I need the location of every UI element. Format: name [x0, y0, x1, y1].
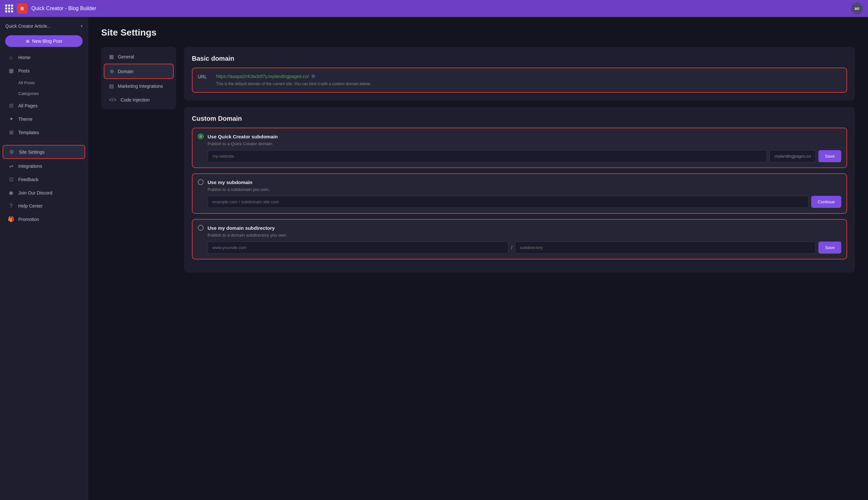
sidebar-item-site-settings[interactable]: ⚙ Site Settings: [3, 145, 85, 159]
sidebar-item-theme[interactable]: ✦ Theme: [3, 113, 85, 125]
sidebar-item-label: Integrations: [18, 163, 42, 169]
settings-nav-label: Domain: [118, 69, 134, 74]
sidebar-item-label: Site Settings: [19, 149, 45, 155]
domain-suffix: mylandingpages.co: [769, 150, 816, 162]
settings-nav-label: Code Injection: [121, 97, 150, 102]
domain-url-row: URL https://aaapa2rrk3w3nf7y.mylandingpa…: [192, 68, 847, 93]
custom-domain-card: Custom Domain Use Quick Creator subdomai…: [184, 107, 855, 273]
domain-input-row-1: mylandingpages.co Save: [207, 150, 841, 162]
integrations-icon: ⇌: [8, 163, 14, 169]
option-title-3: Use my domain subdirectory: [207, 225, 275, 231]
continue-button[interactable]: Continue: [811, 196, 841, 208]
yoursite-input[interactable]: [207, 241, 509, 253]
app-title: Quick Creator - Blog Builder: [31, 5, 96, 11]
settings-content: Basic domain URL https://aaapa2rrk3w3nf7…: [184, 47, 855, 273]
sidebar-item-feedback[interactable]: ⊡ Feedback: [3, 173, 85, 186]
plus-icon: ⊕: [26, 38, 30, 44]
subdomain-input[interactable]: [207, 150, 767, 162]
sidebar-divider: [5, 141, 82, 142]
chevron-down-icon: ▾: [81, 24, 82, 29]
subdirectory-input[interactable]: [515, 241, 816, 253]
sidebar-item-all-pages[interactable]: ⊟ All Pages: [3, 99, 85, 112]
custom-domain-title: Custom Domain: [192, 115, 847, 122]
code-icon: </>: [109, 97, 116, 103]
domain-option-quick-creator: Use Quick Creator subdomain Publish to a…: [192, 128, 847, 168]
basic-domain-card: Basic domain URL https://aaapa2rrk3w3nf7…: [184, 47, 855, 101]
slash-separator: /: [511, 241, 512, 253]
page-title: Site Settings: [101, 27, 855, 38]
settings-nav-marketing[interactable]: ▤ Marketing Integrations: [104, 79, 174, 93]
app-logo: B: [17, 3, 27, 14]
posts-icon: ▦: [8, 68, 14, 74]
sidebar-item-label: Posts: [18, 68, 30, 73]
option-desc-1: Publish to a Quick Creator domain.: [207, 141, 841, 146]
sidebar-workspace[interactable]: Quick Creator Article... ▾: [0, 21, 88, 31]
option-header-3: Use my domain subdirectory: [198, 225, 841, 231]
topnav-left: B Quick Creator - Blog Builder: [5, 3, 96, 14]
option-title-2: Use my subdomain: [207, 180, 253, 185]
grid-icon[interactable]: [5, 4, 13, 12]
discord-icon: ◉: [8, 190, 14, 196]
sidebar-item-label: Help Center: [18, 203, 43, 208]
sidebar-item-label: Home: [18, 55, 30, 60]
url-content: https://aaapa2rrk3w3nf7y.mylandingpages.…: [216, 73, 841, 87]
general-icon: ▦: [109, 54, 114, 60]
option-title-1: Use Quick Creator subdomain: [207, 134, 278, 139]
url-description: This is the default domain of the curren…: [216, 81, 841, 87]
settings-layout: ▦ General ⊕ Domain ▤ Marketing Integrati…: [101, 47, 855, 273]
sidebar-item-templates[interactable]: ⊞ Templates: [3, 126, 85, 139]
settings-nav-code-injection[interactable]: </> Code Injection: [104, 93, 174, 107]
sidebar-item-home[interactable]: ⌂ Home: [3, 51, 85, 64]
sidebar: Quick Creator Article... ▾ ⊕ New Blog Po…: [0, 17, 88, 500]
save-button-1[interactable]: Save: [819, 150, 841, 162]
settings-nav-general[interactable]: ▦ General: [104, 49, 174, 64]
basic-domain-title: Basic domain: [192, 55, 847, 62]
new-blog-post-button[interactable]: ⊕ New Blog Post: [5, 35, 82, 47]
domain-input-row-2: Continue: [207, 196, 841, 208]
save-button-3[interactable]: Save: [819, 241, 841, 253]
option-desc-3: Publish to a domain subdirectory you own…: [207, 233, 841, 238]
subdomain-domain-input[interactable]: [207, 196, 809, 208]
settings-nav-label: Marketing Integrations: [118, 83, 163, 89]
copy-icon[interactable]: ⧉: [312, 73, 315, 79]
sidebar-item-help[interactable]: ? Help Center: [3, 200, 85, 212]
marketing-icon: ▤: [109, 83, 114, 89]
radio-quick-creator[interactable]: [198, 134, 204, 139]
sidebar-item-label: Templates: [18, 130, 39, 135]
sidebar-item-posts[interactable]: ▦ Posts: [3, 64, 85, 77]
feedback-icon: ⊡: [8, 176, 14, 182]
sidebar-item-discord[interactable]: ◉ Join Our Discord: [3, 186, 85, 199]
help-icon: ?: [8, 203, 14, 209]
user-avatar[interactable]: an: [851, 3, 863, 14]
pages-icon: ⊟: [8, 102, 14, 109]
templates-icon: ⊞: [8, 129, 14, 135]
sidebar-item-label: Promotion: [18, 217, 39, 222]
sidebar-item-promotion[interactable]: 🎁 Promotion: [3, 213, 85, 226]
home-icon: ⌂: [8, 55, 14, 60]
promotion-icon: 🎁: [8, 216, 14, 222]
domain-input-row-3: / Save: [207, 241, 841, 253]
radio-subdirectory[interactable]: [198, 225, 204, 231]
settings-nav-domain[interactable]: ⊕ Domain: [104, 64, 174, 79]
main-layout: Quick Creator Article... ▾ ⊕ New Blog Po…: [0, 17, 868, 500]
domain-option-my-subdomain: Use my subdomain Publish to a subdomain …: [192, 173, 847, 214]
domain-icon: ⊕: [110, 68, 114, 75]
option-desc-2: Publish to a subdomain you own.: [207, 187, 841, 192]
sidebar-item-label: Join Our Discord: [18, 190, 52, 195]
sidebar-item-label: Theme: [18, 116, 33, 122]
settings-nav: ▦ General ⊕ Domain ▤ Marketing Integrati…: [101, 47, 176, 109]
domain-option-subdirectory: Use my domain subdirectory Publish to a …: [192, 219, 847, 260]
option-header-1: Use Quick Creator subdomain: [198, 134, 841, 139]
sidebar-item-categories[interactable]: Categories: [3, 89, 85, 99]
theme-icon: ✦: [8, 116, 14, 122]
main-content: Site Settings ▦ General ⊕ Domain ▤ Marke…: [88, 17, 868, 500]
top-navigation: B Quick Creator - Blog Builder an: [0, 0, 868, 17]
workspace-name: Quick Creator Article...: [5, 23, 51, 29]
sidebar-item-integrations[interactable]: ⇌ Integrations: [3, 160, 85, 172]
sidebar-item-label: Feedback: [18, 177, 38, 182]
url-label: URL: [198, 73, 211, 79]
url-link: https://aaapa2rrk3w3nf7y.mylandingpages.…: [216, 73, 841, 79]
sidebar-item-all-posts[interactable]: All Posts: [3, 78, 85, 88]
settings-icon: ⚙: [9, 149, 15, 155]
radio-my-subdomain[interactable]: [198, 179, 204, 185]
